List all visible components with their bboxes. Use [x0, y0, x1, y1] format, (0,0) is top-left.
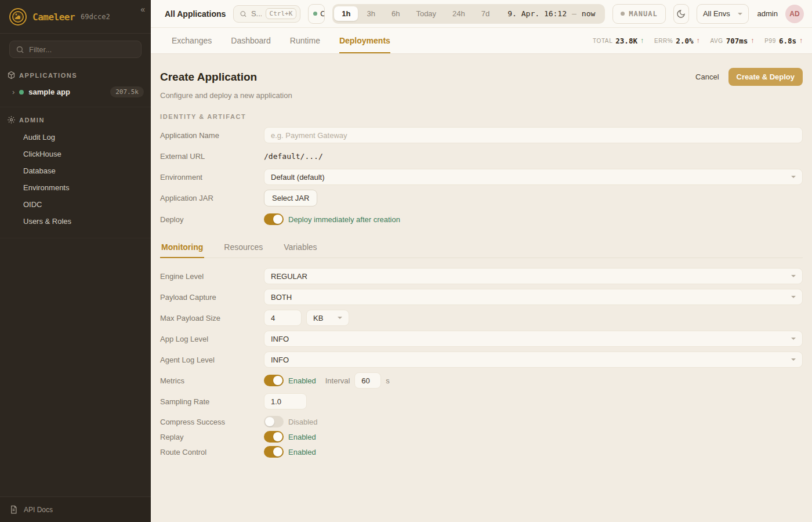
sampling-rate-input[interactable] [264, 393, 307, 409]
top-bar: All Applications S... Ctrl+K O 1h 3h 6h … [151, 0, 812, 28]
cancel-button[interactable]: Cancel [695, 72, 719, 81]
application-name-input[interactable] [264, 127, 803, 143]
date-range-display[interactable]: 9. Apr. 16:12 — now [498, 9, 603, 18]
stat-err-label: ERR% [654, 38, 673, 44]
subtab-resources[interactable]: Resources [223, 239, 264, 258]
stat-err: ERR% 2.0% ↑ [654, 37, 700, 45]
tab-dashboard[interactable]: Dashboard [231, 28, 271, 53]
sidebar-item-environments[interactable]: Environments [0, 179, 151, 196]
cube-icon [7, 71, 16, 79]
external-url-label: External URL [160, 152, 264, 161]
app-log-level-value: INFO [271, 335, 289, 343]
chevron-down-icon [338, 317, 342, 319]
chevron-right-icon[interactable]: › [12, 88, 14, 96]
replay-toggle[interactable] [264, 431, 284, 443]
tab-runtime[interactable]: Runtime [290, 28, 320, 53]
range-today[interactable]: Today [408, 6, 444, 21]
form-row-environment: Environment Default (default) [160, 169, 803, 185]
primary-tabbar: Exchanges Dashboard Runtime Deployments … [151, 28, 812, 54]
global-search[interactable]: S... Ctrl+K [233, 5, 300, 23]
message-count-badge: 207.5k [110, 86, 144, 97]
trend-up-icon: ↑ [799, 37, 803, 45]
form-row-sampling-rate: Sampling Rate [160, 393, 803, 409]
stat-err-value: 2.0% [676, 37, 693, 45]
form-row-agent-log-level: Agent Log Level INFO [160, 351, 803, 368]
app-logo-text: Cameleer [32, 12, 75, 23]
stat-avg: AVG 707ms ↑ [710, 37, 754, 45]
form-row-compress-success: Compress Success Disabled [160, 414, 803, 429]
page-header: Create Application Cancel Create & Deplo… [160, 68, 803, 86]
engine-level-label: Engine Level [160, 272, 264, 281]
environment-select[interactable]: Default (default) [264, 169, 803, 185]
metrics-interval-input[interactable] [354, 372, 381, 389]
stat-total-value: 23.8K [615, 37, 637, 45]
form-row-engine-level: Engine Level REGULAR [160, 268, 803, 284]
online-status-button[interactable]: O [308, 4, 325, 24]
agent-log-level-select[interactable]: INFO [264, 351, 803, 368]
stat-avg-label: AVG [710, 38, 723, 44]
user-avatar[interactable]: AD [785, 5, 804, 23]
theme-toggle-button[interactable] [673, 4, 689, 24]
metrics-label: Metrics [160, 376, 264, 385]
chevron-down-icon [791, 358, 796, 361]
chevron-down-icon [738, 13, 742, 15]
subtab-variables[interactable]: Variables [282, 239, 318, 258]
sidebar-item-audit-log[interactable]: Audit Log [0, 129, 151, 146]
settings-subtabs: Monitoring Resources Variables [160, 239, 803, 258]
engine-level-select[interactable]: REGULAR [264, 268, 803, 284]
document-icon [9, 505, 18, 514]
page-content: Create Application Cancel Create & Deplo… [151, 54, 812, 522]
sidebar-item-clickhouse[interactable]: ClickHouse [0, 146, 151, 162]
date-to: now [582, 9, 595, 18]
filter-input[interactable] [29, 45, 135, 54]
sidebar-item-oidc[interactable]: OIDC [0, 196, 151, 213]
api-docs-link[interactable]: API Docs [0, 496, 151, 522]
range-6h[interactable]: 6h [384, 6, 407, 21]
applications-section-label: APPLICATIONS [19, 72, 77, 79]
sidebar-collapse-icon[interactable]: « [140, 5, 145, 14]
tab-exchanges[interactable]: Exchanges [172, 28, 212, 53]
form-row-application-jar: Application JAR Select JAR [160, 190, 803, 206]
scope-title: All Applications [165, 9, 226, 19]
environment-filter-select[interactable]: All Envs [697, 4, 749, 24]
search-icon [16, 45, 24, 54]
environment-filter-value: All Envs [703, 9, 730, 18]
tab-deployments[interactable]: Deployments [339, 28, 390, 53]
payload-unit-select[interactable]: KB [306, 310, 349, 326]
metrics-summary: TOTAL 23.8K ↑ ERR% 2.0% ↑ AVG 707ms ↑ P9… [593, 28, 803, 53]
sidebar-item-users-roles[interactable]: Users & Roles [0, 213, 151, 230]
select-jar-button[interactable]: Select JAR [264, 190, 317, 206]
sidebar-item-database[interactable]: Database [0, 162, 151, 179]
replay-state-label: Enabled [288, 433, 316, 441]
chevron-down-icon [791, 338, 796, 340]
range-7d[interactable]: 7d [474, 6, 497, 21]
identity-artifact-section-label: IDENTITY & ARTIFACT [160, 113, 803, 120]
app-log-level-select[interactable]: INFO [264, 331, 803, 347]
range-1h[interactable]: 1h [334, 6, 358, 21]
date-from: 9. Apr. 16:12 [507, 9, 567, 18]
time-range-control: 1h 3h 6h Today 24h 7d 9. Apr. 16:12 — no… [332, 4, 605, 24]
refresh-mode-button[interactable]: MANUAL [612, 4, 665, 24]
subtab-monitoring[interactable]: Monitoring [160, 239, 204, 258]
route-control-toggle[interactable] [264, 446, 284, 458]
deploy-toggle[interactable] [264, 213, 284, 225]
page-title: Create Application [160, 71, 257, 84]
range-24h[interactable]: 24h [445, 6, 473, 21]
agent-log-level-label: Agent Log Level [160, 356, 264, 364]
trend-up-icon: ↑ [751, 37, 754, 45]
max-payload-size-label: Max Payload Size [160, 314, 264, 322]
range-3h[interactable]: 3h [359, 6, 382, 21]
max-payload-size-input[interactable] [264, 310, 302, 326]
create-deploy-button[interactable]: Create & Deploy [728, 68, 803, 86]
sidebar-filter[interactable] [9, 41, 142, 58]
sidebar-item-sample-app[interactable]: › sample app 207.5k [0, 83, 151, 101]
compress-success-toggle[interactable] [264, 416, 284, 427]
deploy-label: Deploy [160, 215, 264, 224]
metrics-toggle[interactable] [264, 375, 284, 386]
stat-p99-value: 6.8s [779, 37, 796, 45]
payload-capture-value: BOTH [271, 293, 292, 302]
application-jar-label: Application JAR [160, 194, 264, 202]
payload-capture-select[interactable]: BOTH [264, 289, 803, 305]
form-row-payload-capture: Payload Capture BOTH [160, 289, 803, 305]
build-version: 69dcce2 [81, 13, 110, 21]
